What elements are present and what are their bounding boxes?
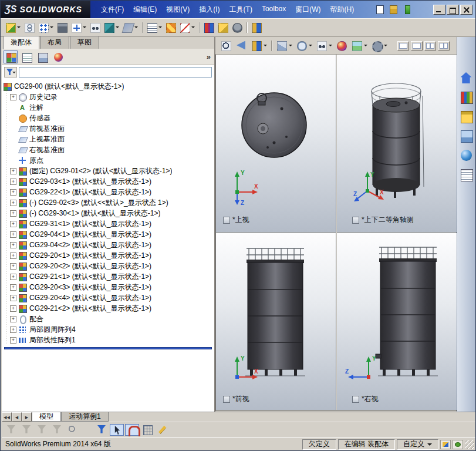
tree-expand-toggle[interactable] — [10, 189, 16, 196]
tree-expand-toggle[interactable] — [10, 168, 16, 174]
menu-item[interactable]: 视图(V) — [161, 2, 194, 17]
assembly-features-icon[interactable] — [103, 21, 120, 34]
hide-show-items-icon[interactable] — [315, 39, 333, 52]
panel-expand-chevron[interactable]: » — [207, 52, 211, 61]
status-tag-icon[interactable] — [440, 440, 451, 449]
bill-of-materials-icon[interactable] — [146, 21, 163, 34]
custom-properties-icon[interactable] — [460, 168, 474, 182]
propertymanager-tab-icon[interactable] — [19, 51, 33, 63]
tree-expand-toggle[interactable] — [10, 316, 16, 322]
bottom-tab[interactable]: 运动算例1 — [61, 412, 109, 422]
tree-item[interactable]: CG29-21<1> (默认<默认_显示状态-1>) — [2, 271, 214, 282]
show-hidden-components-icon[interactable] — [89, 21, 102, 34]
viewport-front-view[interactable]: Y X *前视 — [216, 233, 336, 410]
tree-item[interactable]: CG29-21<2> (默认<默认_显示状态-1>) — [2, 303, 214, 314]
design-library-icon[interactable] — [460, 90, 474, 105]
close-button[interactable] — [460, 5, 472, 15]
tree-item[interactable]: 局部线性阵列1 — [2, 335, 214, 345]
menu-item[interactable]: 文件(F) — [96, 2, 129, 17]
clear-all-filters-icon[interactable] — [50, 424, 64, 436]
menu-item[interactable]: 插入(I) — [194, 2, 224, 17]
tree-item[interactable]: CG29-20<3> (默认<默认_显示状态-1>) — [2, 282, 214, 292]
panel-tab[interactable]: 草图 — [70, 36, 99, 49]
tree-expand-toggle[interactable] — [10, 253, 16, 259]
tree-item[interactable]: 传感器 — [2, 113, 214, 123]
configurationmanager-tab-icon[interactable] — [35, 51, 49, 63]
tree-expand-toggle[interactable] — [10, 210, 16, 217]
tree-expand-toggle[interactable] — [10, 231, 16, 238]
toolbox-green-icon[interactable] — [401, 4, 413, 15]
tree-item[interactable]: CG29-20<1> (默认<默认_显示状态-1>) — [2, 250, 214, 261]
tree-item[interactable]: CG29-22<1> (默认<默认_显示状态-1>) — [2, 187, 214, 197]
one-view-icon[interactable] — [397, 41, 409, 51]
tree-item[interactable]: CG29-20<4> (默认<默认_显示状态-1>) — [2, 292, 214, 303]
gap[interactable] — [80, 424, 93, 436]
view-orientation-icon[interactable] — [275, 39, 293, 52]
menu-item[interactable]: 工具(T) — [225, 2, 257, 17]
tree-item[interactable]: CG29-03<1> (默认<默认_显示状态-1>) — [2, 176, 214, 187]
tree-item[interactable]: CG29-04<1> (默认<默认_显示状态-1>) — [2, 229, 214, 240]
appearances-scenes-icon[interactable] — [460, 149, 474, 163]
menu-item[interactable]: 窗口(W) — [291, 2, 325, 17]
filter-faces-icon[interactable] — [35, 424, 49, 436]
display-style-icon[interactable] — [295, 39, 313, 52]
two-view-vertical-icon[interactable] — [424, 41, 436, 51]
edit-filter-icon[interactable] — [156, 424, 170, 436]
tab-scroll-first-button[interactable]: ◀◀ — [2, 412, 12, 422]
panel-tab[interactable]: 装配体 — [3, 36, 39, 49]
status-display-icon[interactable] — [453, 440, 463, 449]
viewport-dimetric-view[interactable]: Y X Z *上下二等角轴测 — [337, 55, 457, 233]
tree-item[interactable]: (-) CG29-30<1> (默认<默认_显示状态-1>) — [2, 208, 214, 218]
smart-fasteners-icon[interactable] — [56, 21, 69, 34]
sep[interactable] — [140, 21, 144, 34]
view-palette-icon[interactable] — [460, 129, 474, 143]
sep[interactable] — [197, 21, 201, 34]
magnified-selection-icon[interactable] — [65, 424, 79, 436]
measure-icon[interactable] — [217, 21, 229, 34]
apply-scene-icon[interactable] — [350, 39, 369, 52]
filter-icon[interactable] — [4, 67, 17, 78]
menu-item[interactable]: 帮助(H) — [326, 2, 359, 17]
tree-item[interactable]: 上视基准面 — [2, 134, 214, 144]
file-explorer-icon[interactable] — [460, 110, 474, 124]
featuremanager-tab-icon[interactable] — [4, 51, 18, 63]
tree-item[interactable]: CG29-00 (默认<默认_显示状态-1>) — [2, 81, 214, 92]
tree-expand-toggle[interactable] — [10, 337, 16, 344]
filter-input[interactable] — [19, 67, 212, 78]
tree-expand-toggle[interactable] — [10, 221, 16, 227]
section-view-tool-icon[interactable] — [250, 21, 263, 34]
four-view-icon[interactable] — [438, 41, 450, 51]
grid-settings-icon[interactable] — [140, 424, 154, 436]
filter-edges-icon[interactable] — [19, 424, 33, 436]
edit-appearance-icon[interactable] — [335, 39, 349, 52]
toggle-selection-filters-icon[interactable] — [94, 424, 109, 436]
move-component-icon[interactable] — [70, 21, 87, 34]
displaymanager-tab-icon[interactable] — [51, 51, 65, 63]
open-document-icon[interactable] — [387, 4, 399, 15]
select-arrow-icon[interactable] — [110, 424, 124, 436]
status-units-selector[interactable]: 自定义 — [397, 439, 438, 450]
tree-expand-toggle[interactable] — [10, 284, 16, 291]
panel-tab[interactable]: 布局 — [40, 36, 69, 49]
rollback-bar[interactable] — [4, 347, 212, 349]
tree-item[interactable]: CG29-31<1> (默认<默认_显示状态-1>) — [2, 218, 214, 229]
sep[interactable] — [269, 39, 274, 52]
reference-geometry-icon[interactable] — [121, 21, 139, 34]
tree-item[interactable]: (固定) CG29-01<2> (默认<默认_显示状态-1>) — [2, 166, 214, 176]
interference-detection-icon[interactable] — [202, 21, 215, 34]
tree-item[interactable]: 原点 — [2, 155, 214, 166]
tree-expand-toggle[interactable] — [10, 242, 16, 248]
tree-item[interactable]: (-) CG29-02<3> (默认<<默认>_显示状态 1>) — [2, 197, 214, 208]
resize-grip[interactable] — [465, 440, 474, 449]
exploded-view-icon[interactable] — [164, 21, 177, 34]
mate-icon[interactable] — [23, 21, 36, 34]
zoom-to-fit-icon[interactable] — [219, 39, 233, 52]
restore-button[interactable] — [447, 5, 459, 15]
tree-expand-toggle[interactable] — [10, 305, 16, 312]
sep[interactable] — [245, 21, 249, 34]
tree-item[interactable]: CG29-20<2> (默认<默认_显示状态-1>) — [2, 261, 214, 271]
tree-item[interactable]: 配合 — [2, 314, 214, 324]
home-icon[interactable] — [460, 71, 474, 85]
tree-expand-toggle[interactable] — [10, 327, 16, 333]
tree-item[interactable]: 注解 — [2, 102, 214, 113]
